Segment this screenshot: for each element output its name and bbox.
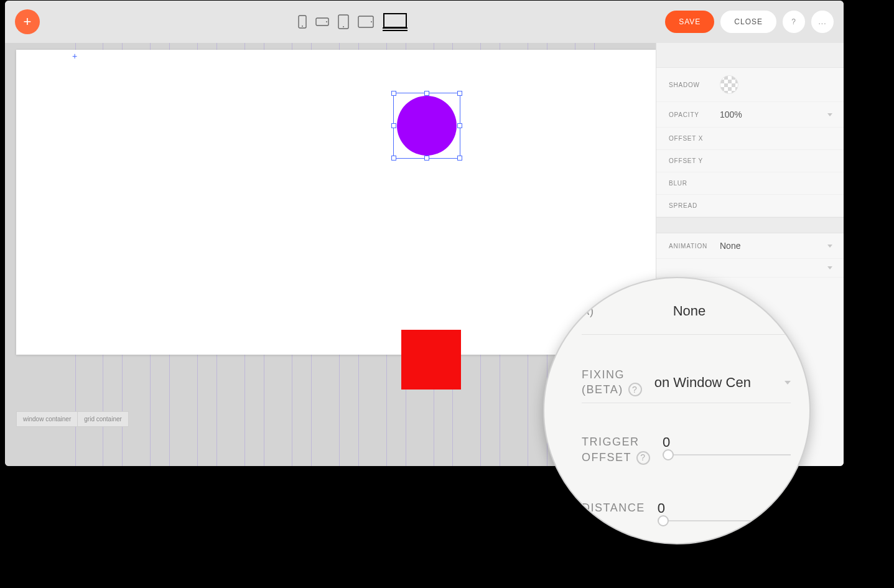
mag-distance-label: DISTANCE xyxy=(582,500,645,516)
animation-control[interactable]: None xyxy=(720,241,832,251)
chevron-down-icon xyxy=(827,266,832,269)
animation-secondary-row[interactable] xyxy=(656,259,844,278)
svg-point-1 xyxy=(302,26,303,27)
mag-fixing-label-1: FIXING xyxy=(582,368,642,381)
svg-rect-8 xyxy=(384,14,406,27)
chevron-down-icon xyxy=(827,245,832,248)
svg-point-5 xyxy=(343,26,344,27)
add-button[interactable]: + xyxy=(15,9,40,34)
spread-label: SPREAD xyxy=(669,202,720,209)
animation-row[interactable]: ANIMATION None xyxy=(656,233,844,259)
offsetx-row[interactable]: OFFSET X xyxy=(656,128,844,150)
opacity-value: 100% xyxy=(720,110,742,119)
mag-trigger-value: 0 xyxy=(663,434,791,450)
mag-trigger-slider[interactable]: 0 xyxy=(663,434,791,455)
shadow-row: SHADOW xyxy=(656,68,844,102)
mag-fixing-label-2: (BETA) xyxy=(582,383,623,396)
square-shape[interactable] xyxy=(401,330,461,390)
mag-animation-row[interactable]: A) None xyxy=(582,303,791,319)
section-divider xyxy=(656,217,844,233)
blur-label: BLUR xyxy=(669,180,720,187)
divider xyxy=(582,403,791,403)
phone-landscape-icon[interactable] xyxy=(315,17,329,26)
shadow-label: SHADOW xyxy=(669,82,720,88)
save-button[interactable]: SAVE xyxy=(665,11,714,33)
shadow-control xyxy=(720,75,832,94)
blur-row[interactable]: BLUR xyxy=(656,172,844,195)
topbar: + SAVE CLOSE ? ... xyxy=(5,1,844,43)
animation-label: ANIMATION xyxy=(669,243,720,250)
animation-secondary-control[interactable] xyxy=(720,266,832,269)
magnifier-content: A) None FIXING (BETA) ? on Window Cen TR… xyxy=(544,278,809,543)
slider-thumb[interactable] xyxy=(658,515,669,526)
opacity-control[interactable]: 100% xyxy=(720,110,832,119)
mag-distance-slider[interactable]: 0 xyxy=(658,500,791,521)
artboard[interactable] xyxy=(16,50,656,355)
chevron-down-icon xyxy=(785,381,791,385)
panel-header xyxy=(656,43,844,68)
divider xyxy=(582,334,791,335)
mag-distance-row[interactable]: DISTANCE 0 xyxy=(582,500,791,521)
slider-track[interactable] xyxy=(658,520,791,521)
help-button[interactable]: ? xyxy=(783,11,805,33)
phone-portrait-icon[interactable] xyxy=(298,15,307,29)
mag-trigger-label-1: TRIGGER xyxy=(582,434,650,450)
tablet-portrait-icon[interactable] xyxy=(338,14,349,29)
svg-point-3 xyxy=(326,21,327,22)
breadcrumb-grid-container[interactable]: grid container xyxy=(78,411,129,427)
topbar-actions: SAVE CLOSE ? ... xyxy=(665,11,834,33)
mag-fixing-row[interactable]: FIXING (BETA) ? on Window Cen xyxy=(582,368,791,396)
help-icon[interactable]: ? xyxy=(636,451,650,465)
animation-value: None xyxy=(720,241,740,251)
mag-animation-value: None xyxy=(673,303,706,319)
help-icon[interactable]: ? xyxy=(628,383,642,396)
breadcrumbs: window container grid container xyxy=(16,411,129,427)
slider-track[interactable] xyxy=(663,454,791,455)
mag-trigger-label-2: OFFSET xyxy=(582,450,631,465)
mag-trigger-row[interactable]: TRIGGER OFFSET ? 0 xyxy=(582,434,791,465)
offsety-label: OFFSET Y xyxy=(669,157,720,164)
offsety-row[interactable]: OFFSET Y xyxy=(656,150,844,172)
slider-thumb[interactable] xyxy=(663,449,674,460)
breadcrumb-window-container[interactable]: window container xyxy=(16,411,78,427)
magnifier-lens: A) None FIXING (BETA) ? on Window Cen TR… xyxy=(543,277,811,544)
svg-point-7 xyxy=(371,21,372,22)
circle-shape[interactable] xyxy=(397,96,457,156)
chevron-down-icon xyxy=(827,113,832,116)
tablet-landscape-icon[interactable] xyxy=(358,16,374,28)
offsetx-label: OFFSET X xyxy=(669,135,720,142)
desktop-icon[interactable] xyxy=(383,12,407,31)
opacity-row: OPACITY 100% xyxy=(656,102,844,128)
device-switcher xyxy=(298,12,407,31)
more-button[interactable]: ... xyxy=(811,11,834,33)
close-button[interactable]: CLOSE xyxy=(720,11,776,33)
mag-fixing-value: on Window Cen xyxy=(654,375,785,391)
mag-distance-value: 0 xyxy=(658,500,791,516)
spread-row[interactable]: SPREAD xyxy=(656,195,844,217)
mag-fixing-label-group: FIXING (BETA) ? xyxy=(582,368,642,396)
shadow-color-swatch[interactable] xyxy=(720,75,738,94)
mag-trigger-label-group: TRIGGER OFFSET ? xyxy=(582,434,650,465)
opacity-label: OPACITY xyxy=(669,111,720,118)
